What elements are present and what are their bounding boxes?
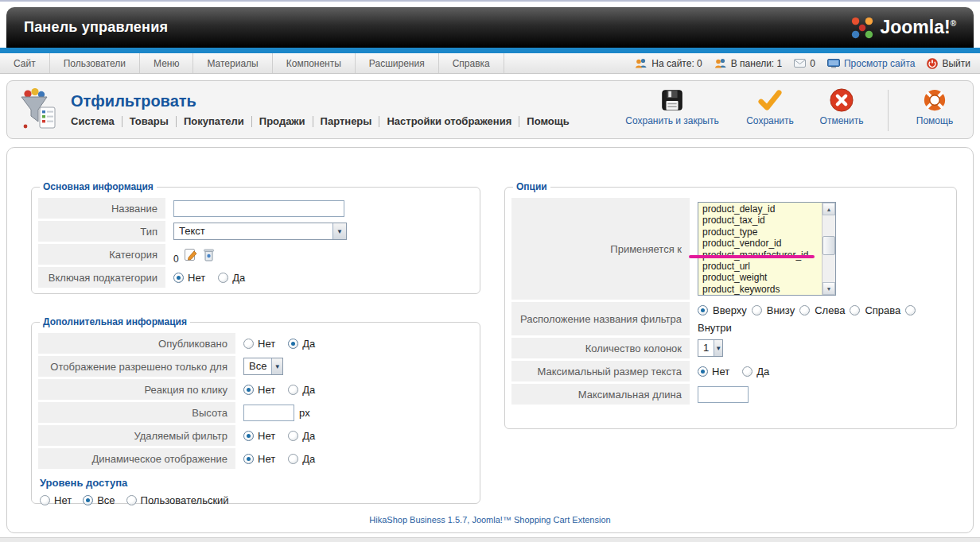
online-admin-status: В панели: 1 [714,58,782,69]
status-bar: На сайте: 0 В панели: 1 0 [635,53,980,73]
name-input[interactable] [173,200,344,217]
save-button[interactable]: Сохранить [745,88,795,126]
list-option-product-delay-id[interactable]: product_delay_id [698,203,822,215]
menu-item-users[interactable]: Пользователи [50,53,140,73]
type-row: Тип Текст ▼ [38,221,473,242]
list-option-product-vendor-id[interactable]: product_vendor_id [698,238,822,249]
click-no-radio[interactable] [243,385,254,395]
menu-item-extensions[interactable]: Расширения [356,53,439,73]
type-select-value: Текст [174,223,332,239]
position-right-label: Справа [865,304,900,316]
maxsize-no-label: Нет [712,366,729,377]
type-select[interactable]: Текст ▼ [173,223,347,240]
tab-orders[interactable]: Продажи [259,115,305,127]
help-button[interactable]: Помощь [909,88,960,126]
check-icon [757,88,783,112]
preview-site-label: Просмотр сайта [844,58,916,69]
deletable-no-label: Нет [258,430,275,442]
help-label: Помощь [916,115,953,126]
access-custom-radio[interactable] [126,495,137,505]
position-bottom-radio[interactable] [752,305,762,316]
tab-system[interactable]: Система [71,115,115,127]
listbox-scrollbar[interactable]: ▲ ▼ [822,203,835,295]
basic-info-legend: Основная информация [40,181,157,192]
tab-separator [519,116,519,127]
dynamic-no-radio[interactable] [243,454,254,464]
position-right-radio[interactable] [850,305,860,316]
menu-item-help[interactable]: Справка [439,53,504,73]
tab-customers[interactable]: Покупатели [184,115,244,127]
list-option-product-keywords[interactable]: product_keywords [698,284,822,295]
tab-display-settings[interactable]: Настройки отображения [387,115,511,127]
save-close-button[interactable]: Сохранить и закрыть [620,88,724,126]
list-option-product-weight[interactable]: product_weight [698,272,822,283]
menu-item-content[interactable]: Материалы [193,53,272,73]
subcategories-no-label: Нет [188,272,205,284]
access-level-row: Нет Все Пользовательский [40,494,473,506]
menu-item-site[interactable]: Сайт [0,53,50,73]
logout-link[interactable]: Выйти [927,58,970,69]
menu-item-menu[interactable]: Меню [140,53,193,73]
applies-to-label: Применяется к [511,198,690,300]
tab-partners[interactable]: Партнеры [321,115,372,127]
delete-category-icon[interactable] [203,248,215,261]
published-yes-radio[interactable] [288,339,298,349]
scroll-down-icon[interactable]: ▼ [822,282,835,295]
max-length-row: Максимальная длина [511,384,950,405]
subcategories-no-radio[interactable] [173,273,184,283]
deletable-no-radio[interactable] [243,431,254,441]
access-custom-label: Пользовательский [141,494,229,506]
users-icon [714,58,727,68]
monitor-icon [827,59,840,68]
height-label: Высота [38,402,235,423]
messages-status[interactable]: 0 [794,58,815,69]
published-no-radio[interactable] [243,339,254,349]
height-input[interactable] [243,405,294,421]
published-yes-label: Да [302,338,315,350]
tab-products[interactable]: Товары [130,115,169,127]
tab-separator [313,116,313,127]
maxsize-yes-radio[interactable] [742,366,752,377]
applies-to-listbox[interactable]: product_delay_id product_tax_id product_… [698,202,836,296]
main-menubar: Сайт Пользователи Меню Материалы Компоне… [0,53,980,74]
deletable-yes-radio[interactable] [288,431,298,441]
cancel-button[interactable]: Отменить [816,88,867,126]
maxsize-no-radio[interactable] [698,366,708,377]
category-label: Категория [38,244,165,265]
scrollbar-thumb[interactable] [822,236,835,255]
click-yes-radio[interactable] [288,385,298,395]
subcategories-yes-label: Да [232,272,245,284]
access-all-radio[interactable] [83,495,93,505]
subcategories-yes-radio[interactable] [218,273,228,283]
display-limited-select[interactable]: Все ▼ [243,358,283,375]
category-row: Категория 0 [38,244,473,265]
admin-header: Панель управления Joomla!® [6,7,974,48]
edit-category-icon[interactable] [184,247,198,261]
position-top-label: Вверху [713,304,747,316]
menu-item-components[interactable]: Компоненты [273,53,356,73]
scroll-up-icon[interactable]: ▲ [822,203,835,215]
published-label: Опубликовано [38,333,235,354]
list-option-product-type[interactable]: product_type [698,226,822,238]
columns-count-select[interactable]: 1 ▼ [698,339,723,357]
joomla-logo-icon [850,16,874,40]
access-none-radio[interactable] [40,495,50,505]
height-row: Высота px [38,402,473,423]
deletable-yes-label: Да [302,430,315,442]
tab-help[interactable]: Помощь [527,115,569,127]
preview-site-link[interactable]: Просмотр сайта [827,58,916,69]
position-inside-radio[interactable] [905,305,916,316]
online-site-status: На сайте: 0 [635,58,702,69]
list-option-product-tax-id[interactable]: product_tax_id [698,215,822,226]
toolbar-divider [888,90,889,131]
list-option-product-url[interactable]: product_url [698,261,822,272]
position-left-label: Слева [815,304,845,316]
mail-icon [794,59,806,68]
dynamic-yes-radio[interactable] [288,454,298,464]
footer-credit[interactable]: HikaShop Business 1.5.7, Joomla!™ Shoppi… [7,515,973,525]
max-length-input[interactable] [698,386,749,403]
toolbar-buttons: Сохранить и закрыть Сохранить Отменить [620,88,960,131]
position-top-radio[interactable] [698,305,708,316]
position-left-radio[interactable] [799,305,810,316]
max-length-label: Максимальная длина [511,384,690,405]
